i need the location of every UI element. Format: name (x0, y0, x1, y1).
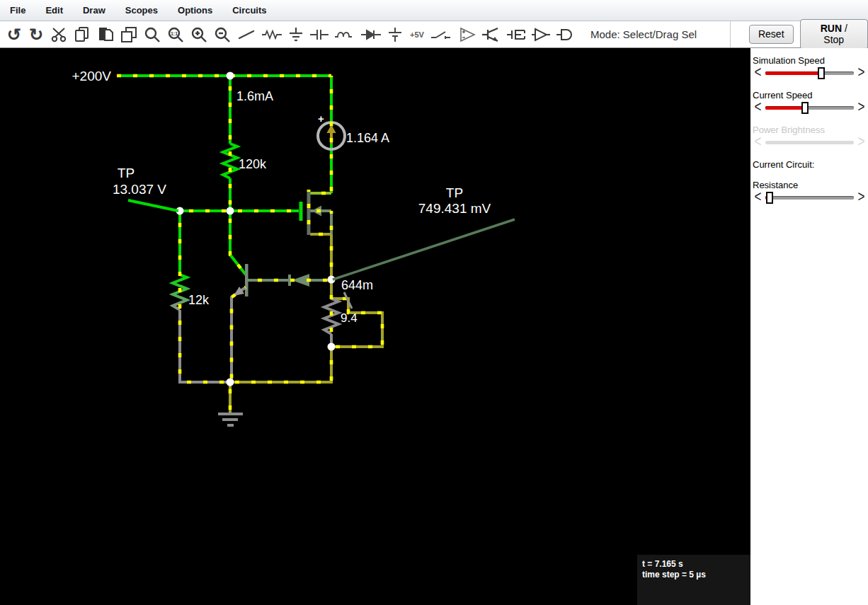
decrease-arrow-icon[interactable]: < (753, 101, 763, 114)
logic-gate-tool-icon[interactable] (556, 24, 576, 45)
testpoint-2-pointer[interactable] (333, 219, 515, 280)
node-current-label: 644m (341, 278, 373, 292)
menu-draw[interactable]: Draw (73, 0, 115, 21)
toolbar-icons: ↺ ↻ (0, 21, 731, 47)
cut-icon[interactable] (50, 24, 68, 45)
node-dots (176, 72, 336, 386)
switch-tool-icon[interactable] (430, 24, 452, 45)
current-speed-fill (765, 106, 805, 110)
increase-arrow-icon: > (856, 136, 867, 149)
plus-5v-tool-icon[interactable]: +5V (409, 24, 426, 45)
wire-r2-ground (180, 310, 230, 382)
duplicate-icon[interactable] (120, 24, 138, 45)
ammeter-reading: 1.164 A (346, 131, 389, 145)
mosfet-tool-icon[interactable] (506, 24, 526, 45)
supply-label: +200V (72, 69, 112, 83)
simulation-speed-label: Simulation Speed (753, 55, 867, 66)
undo-icon[interactable]: ↺ (6, 24, 23, 45)
run-stop-button[interactable]: RUN / Stop (800, 19, 868, 50)
transistor-tool-icon[interactable] (481, 24, 501, 45)
status-box: t = 7.165 s time step = 5 µs (637, 555, 750, 605)
mode-label: Mode: Select/Drag Sel (590, 28, 697, 40)
ground-tool-icon[interactable] (287, 24, 304, 45)
resistor-tool-icon[interactable] (261, 24, 282, 45)
current-speed-label: Current Speed (753, 90, 867, 100)
ammeter-plus-label: + (318, 113, 324, 125)
power-brightness-track (765, 141, 854, 144)
r1-value-label: 120k (239, 157, 267, 171)
resistor-120k[interactable] (223, 144, 237, 178)
simulation-speed-fill (765, 71, 821, 75)
current-speed-slider: < > (753, 102, 867, 113)
tp1-value-label: 13.037 V (113, 182, 166, 197)
zoom-in-icon[interactable] (190, 24, 208, 45)
run-label: RUN (821, 23, 842, 34)
simulation-speed-track[interactable] (765, 71, 854, 75)
menu-file[interactable]: File (0, 0, 35, 21)
menu-scopes[interactable]: Scopes (115, 0, 168, 21)
toolbar: ↺ ↻ (0, 21, 868, 49)
menu-bar: File Edit Draw Scopes Options Circuits (0, 0, 868, 21)
r3-value-label: 9.4 (341, 311, 358, 325)
diode-tool-icon[interactable] (360, 24, 382, 45)
resistance-slider: < > (753, 192, 867, 203)
circuit-canvas[interactable]: +200V 1.6mA 120k + 1.164 A TP 13.037 V T… (0, 48, 750, 605)
search-icon[interactable] (143, 24, 161, 45)
power-brightness-label: Power Brightness (753, 125, 867, 135)
resistance-thumb[interactable] (766, 192, 773, 204)
redo-icon[interactable]: ↻ (28, 24, 45, 45)
circuit-drawing[interactable]: +200V 1.6mA 120k + 1.164 A TP 13.037 V T… (0, 48, 750, 605)
simulation-speed-slider: < > (753, 67, 867, 79)
copy-icon[interactable] (73, 24, 91, 45)
circuit-labels: +200V 1.6mA 120k + 1.164 A TP 13.037 V T… (72, 69, 491, 325)
voltage-source-tool-icon[interactable] (387, 24, 404, 45)
wire-tool-icon[interactable] (236, 24, 256, 45)
current-speed-thumb[interactable] (801, 102, 809, 114)
menu-circuits[interactable]: Circuits (222, 0, 276, 21)
tp2-value-label: 749.431 mV (418, 201, 491, 216)
sim-timestep: time step = 5 µs (642, 570, 750, 580)
decrease-arrow-icon[interactable]: < (753, 191, 763, 204)
current-speed-track[interactable] (765, 106, 854, 110)
increase-arrow-icon[interactable]: > (856, 191, 867, 204)
op-amp-tool-icon[interactable] (457, 24, 476, 45)
reset-button[interactable]: Reset (749, 25, 794, 44)
zoom-100-text: 1:1 (171, 31, 178, 36)
increase-arrow-icon[interactable]: > (856, 101, 867, 114)
tp1-name-label: TP (118, 166, 135, 180)
sim-time: t = 7.165 s (642, 559, 750, 570)
zoom-100-icon[interactable]: 1:1 (166, 24, 185, 45)
decrease-arrow-icon: < (753, 136, 763, 149)
inductor-tool-icon[interactable] (334, 24, 355, 45)
menu-edit[interactable]: Edit (35, 0, 73, 21)
simulation-speed-thumb[interactable] (818, 67, 825, 79)
capacitor-tool-icon[interactable] (309, 24, 329, 45)
testpoint-1-pointer[interactable] (128, 200, 178, 211)
increase-arrow-icon[interactable]: > (856, 67, 867, 79)
menu-options[interactable]: Options (168, 0, 222, 21)
zoom-out-icon[interactable] (213, 24, 232, 45)
wire-bottom-return (230, 347, 331, 413)
ground-symbol[interactable] (218, 414, 243, 425)
paste-icon[interactable] (96, 24, 115, 45)
toolbar-buttons: Reset RUN / Stop (731, 19, 868, 50)
tp2-name-label: TP (446, 185, 463, 200)
wire-bjt-emitter (232, 287, 246, 382)
current-circuit-label: Current Circuit: (753, 159, 867, 170)
r2-value-label: 12k (188, 293, 210, 307)
buffer-tool-icon[interactable] (531, 24, 551, 45)
resistance-track[interactable] (765, 196, 854, 200)
resistance-label: Resistance (753, 180, 867, 190)
decrease-arrow-icon[interactable]: < (753, 67, 763, 79)
branch-current-label: 1.6mA (236, 89, 273, 103)
side-panel: Simulation Speed < > Current Speed < > P… (750, 48, 868, 605)
power-brightness-slider: < > (753, 137, 867, 148)
